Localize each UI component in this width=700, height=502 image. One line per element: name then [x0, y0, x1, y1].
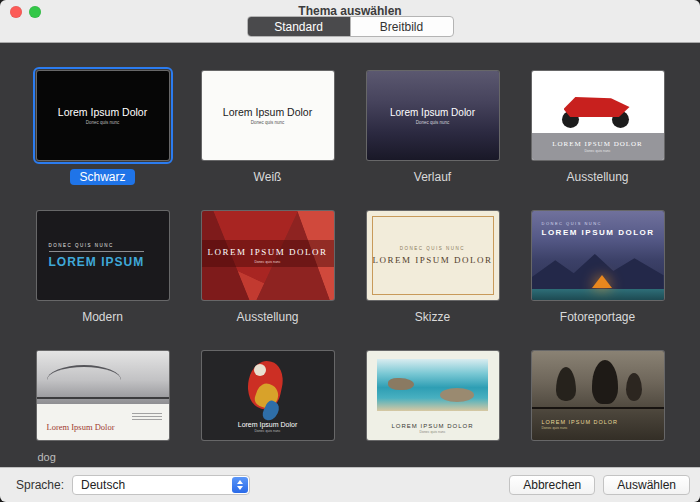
theme-label: Ausstellung [236, 309, 298, 325]
slide-title: LOREM IPSUM DOLOR [542, 419, 619, 425]
slide-text: DONEC QUIS NUNCLOREM IPSUM DOLORDONEC QU… [532, 211, 664, 300]
slide-text: Donec quis nuncLOREM IPSUM DOLORDonec qu… [202, 211, 334, 300]
theme-fotoreportage[interactable]: DONEC QUIS NUNCLOREM IPSUM DOLORDONEC QU… [532, 211, 664, 325]
slide-subtitle: Donec quis nunc [254, 260, 280, 264]
theme-thumbnail[interactable]: Donec quis nuncLOREM IPSUM DOLORDonec qu… [202, 211, 334, 300]
choose-button[interactable]: Auswählen [603, 475, 690, 495]
slide-text: Lorem Ipsum Dolor [37, 351, 169, 440]
theme-label: Ausstellung [566, 169, 628, 185]
slide-text: Donec quis nuncLorem Ipsum DolorDonec qu… [202, 71, 334, 160]
theme-grid: Donec quis nuncLorem Ipsum DolorDonec qu… [0, 43, 700, 465]
slide-subtitle: Donec quis nunc [542, 426, 568, 430]
theme-thumbnail[interactable]: Donec quis nuncLOREM IPSUM DOLORDonec qu… [367, 351, 499, 440]
slide-text: DONEC QUIS NUNCLOREM IPSUM DOLORDONEC QU… [367, 211, 499, 300]
slide-text: DONEC QUIS NUNCLOREM IPSUMDONEC QUIS NUN… [37, 211, 169, 300]
theme-schwarz[interactable]: Donec quis nuncLorem Ipsum DolorDonec qu… [37, 71, 169, 185]
theme-ausstellung[interactable]: Donec quis nuncLOREM IPSUM DOLORDonec qu… [202, 211, 334, 325]
slide-text: Donec quis nuncLOREM IPSUM DOLORDonec qu… [367, 351, 499, 440]
segment-standard[interactable]: Standard [248, 17, 350, 36]
slide-text: Donec quis nuncLorem Ipsum DolorDonec qu… [367, 71, 499, 160]
slide-subtitle: Donec quis nunc [251, 120, 285, 125]
theme-beach[interactable]: Donec quis nuncLOREM IPSUM DOLORDonec qu… [367, 351, 499, 465]
slide-title: LOREM IPSUM DOLOR [207, 247, 327, 257]
theme-weiß[interactable]: Donec quis nuncLorem Ipsum DolorDonec qu… [202, 71, 334, 185]
theme-modern[interactable]: DONEC QUIS NUNCLOREM IPSUMDONEC QUIS NUN… [37, 211, 169, 325]
thumbnail-art [564, 97, 630, 117]
slide-subtitle: Donec quis nunc [419, 430, 445, 434]
language-value: Deutsch [81, 478, 232, 492]
theme-thumbnail[interactable]: Donec quis nuncLOREM IPSUM DOLORDonec qu… [532, 351, 664, 440]
slide-title: LOREM IPSUM DOLOR [552, 140, 643, 148]
theme-grid-area: Donec quis nuncLorem Ipsum DolorDonec qu… [0, 43, 700, 467]
slide-subtitle: DONEC QUIS NUNC [400, 246, 465, 251]
slide-subtitle: Donec quis nunc [86, 120, 120, 125]
footer-bar: Sprache: Deutsch Abbrechen Auswählen [0, 467, 700, 502]
theme-label: Schwarz [70, 169, 134, 185]
slide-text: Donec quis nuncLOREM IPSUM DOLORDonec qu… [532, 133, 664, 160]
theme-thumbnail[interactable]: Donec quis nuncLorem Ipsum DolorDonec qu… [202, 351, 334, 440]
language-label: Sprache: [16, 478, 64, 492]
theme-verlauf[interactable]: Donec quis nuncLorem Ipsum DolorDonec qu… [367, 71, 499, 185]
popup-arrows-icon [232, 477, 248, 493]
slide-subtitle: Donec quis nunc [584, 149, 610, 153]
theme-label: Verlauf [414, 169, 451, 185]
cancel-button[interactable]: Abbrechen [509, 475, 595, 495]
slide-title: LOREM IPSUM DOLOR [542, 228, 655, 237]
slide-subtitle: DONEC QUIS NUNC [49, 243, 114, 248]
slide-text: Donec quis nuncLorem Ipsum DolorDonec qu… [202, 351, 334, 440]
slide-subtitle: Donec quis nunc [416, 120, 450, 125]
theme-thumbnail[interactable]: DONEC QUIS NUNCLOREM IPSUMDONEC QUIS NUN… [37, 211, 169, 300]
theme-thumbnail[interactable]: Donec quis nuncLorem Ipsum DolorDonec qu… [37, 71, 169, 160]
slide-title: Lorem Ipsum Dolor [223, 106, 312, 118]
theme-thumbnail[interactable]: DONEC QUIS NUNCLOREM IPSUM DOLORDONEC QU… [532, 211, 664, 300]
slide-title: Lorem Ipsum Dolor [58, 106, 147, 118]
slide-title: Lorem Ipsum Dolor [238, 421, 298, 428]
theme-thumbnail[interactable]: Donec quis nuncLorem Ipsum DolorDonec qu… [202, 71, 334, 160]
slide-title: LOREM IPSUM DOLOR [391, 423, 473, 429]
slide-title: LOREM IPSUM [49, 251, 145, 269]
slide-title: Lorem Ipsum Dolor [390, 107, 475, 118]
theme-parrot[interactable]: Donec quis nuncLorem Ipsum DolorDonec qu… [202, 351, 334, 465]
slide-text: Donec quis nuncLorem Ipsum DolorDonec qu… [37, 71, 169, 160]
slide-title: LOREM IPSUM DOLOR [372, 255, 492, 265]
titlebar: Thema auswählen Standard Breitbild [0, 0, 700, 43]
slide-title: Lorem Ipsum Dolor [47, 422, 115, 432]
segment-breitbild[interactable]: Breitbild [350, 17, 453, 36]
theme-pottery[interactable]: Donec quis nuncLOREM IPSUM DOLORDonec qu… [532, 351, 664, 465]
theme-thumbnail[interactable]: Donec quis nuncLOREM IPSUM DOLORDonec qu… [532, 71, 664, 160]
theme-label: Skizze [415, 309, 450, 325]
theme-label: dog [36, 449, 170, 465]
theme-ausstellung[interactable]: Donec quis nuncLOREM IPSUM DOLORDonec qu… [532, 71, 664, 185]
slide-text: Donec quis nuncLOREM IPSUM DOLORDonec qu… [532, 351, 664, 440]
theme-thumbnail[interactable]: Lorem Ipsum Dolor [37, 351, 169, 440]
slide-subtitle: Donec quis nunc [254, 429, 280, 433]
size-segmented-control: Standard Breitbild [247, 16, 454, 37]
theme-bridge[interactable]: Lorem Ipsum Dolordog [37, 351, 169, 465]
slide-subtitle: DONEC QUIS NUNC [542, 221, 603, 226]
theme-label: Weiß [254, 169, 282, 185]
theme-thumbnail[interactable]: DONEC QUIS NUNCLOREM IPSUM DOLORDONEC QU… [367, 211, 499, 300]
language-popup[interactable]: Deutsch [72, 475, 250, 495]
theme-label: Fotoreportage [560, 309, 635, 325]
theme-thumbnail[interactable]: Donec quis nuncLorem Ipsum DolorDonec qu… [367, 71, 499, 160]
theme-label: Modern [82, 309, 123, 325]
theme-skizze[interactable]: DONEC QUIS NUNCLOREM IPSUM DOLORDONEC QU… [367, 211, 499, 325]
theme-chooser-window: Thema auswählen Standard Breitbild Donec… [0, 0, 700, 502]
